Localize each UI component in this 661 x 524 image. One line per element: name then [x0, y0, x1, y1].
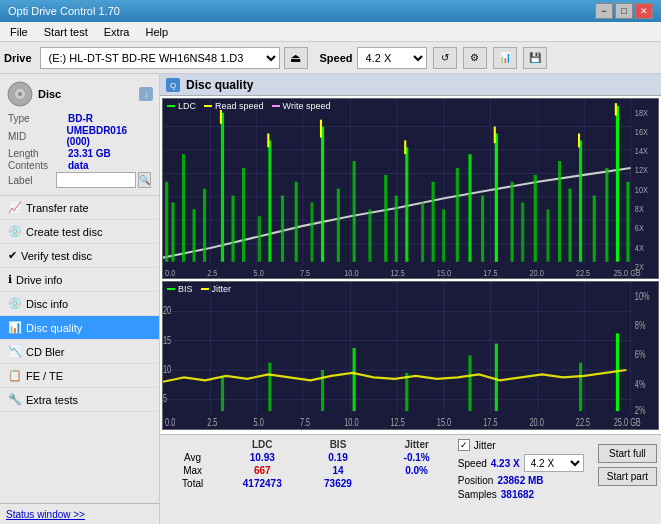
max-ldc: 667: [219, 464, 305, 477]
nav-drive-info[interactable]: ℹ Drive info: [0, 268, 159, 292]
jitter-checkbox[interactable]: ✓: [458, 439, 470, 451]
save-button[interactable]: 💾: [523, 47, 547, 69]
fe-te-icon: 📋: [8, 369, 22, 382]
speed-select[interactable]: 4.2 X: [357, 47, 427, 69]
bis-header: BIS: [305, 438, 371, 451]
disc-import-icon[interactable]: ↓: [139, 87, 153, 101]
maximize-button[interactable]: □: [615, 3, 633, 19]
nav-label: CD Bler: [26, 346, 65, 358]
menu-extra[interactable]: Extra: [98, 24, 136, 40]
label-search-button[interactable]: 🔍: [138, 172, 151, 188]
svg-rect-55: [558, 161, 561, 262]
contents-label: Contents: [8, 160, 68, 171]
status-window-link[interactable]: Status window >>: [6, 509, 85, 520]
speed-select-stat[interactable]: 4.2 X: [524, 454, 584, 472]
svg-text:2%: 2%: [635, 405, 646, 416]
svg-text:12.5: 12.5: [390, 267, 405, 278]
svg-rect-107: [353, 348, 356, 411]
total-bis: 73629: [305, 477, 371, 490]
close-button[interactable]: ✕: [635, 3, 653, 19]
options-button[interactable]: ⚙: [463, 47, 487, 69]
nav-extra-tests[interactable]: 🔧 Extra tests: [0, 388, 159, 412]
length-value: 23.31 GB: [68, 148, 111, 159]
svg-text:↓: ↓: [144, 90, 148, 99]
svg-text:5: 5: [163, 393, 167, 404]
svg-text:4%: 4%: [635, 379, 646, 390]
svg-text:12X: 12X: [635, 164, 648, 175]
content-title: Disc quality: [186, 78, 253, 92]
svg-rect-46: [442, 209, 445, 261]
svg-rect-42: [395, 196, 398, 262]
svg-text:15.0: 15.0: [437, 267, 452, 278]
svg-rect-38: [337, 189, 340, 262]
nav-disc-info[interactable]: 💿 Disc info: [0, 292, 159, 316]
start-full-button[interactable]: Start full: [598, 444, 657, 463]
mid-value: UMEBDR016 (000): [66, 125, 151, 147]
label-label: Label: [8, 175, 56, 186]
legend-write-speed: Write speed: [272, 101, 331, 111]
nav-fe-te[interactable]: 📋 FE / TE: [0, 364, 159, 388]
nav-transfer-rate[interactable]: 📈 Transfer rate: [0, 196, 159, 220]
mid-label: MID: [8, 131, 66, 142]
charts-area: LDC Read speed Write speed: [160, 96, 661, 434]
svg-rect-44: [421, 202, 424, 261]
svg-rect-25: [171, 202, 174, 261]
svg-text:2X: 2X: [635, 261, 644, 272]
menu-start-test[interactable]: Start test: [38, 24, 94, 40]
svg-rect-45: [432, 182, 435, 262]
chart1: LDC Read speed Write speed: [162, 98, 659, 279]
titlebar: Opti Drive Control 1.70 − □ ✕: [0, 0, 661, 22]
svg-text:0.0: 0.0: [165, 267, 175, 278]
start-part-button[interactable]: Start part: [598, 467, 657, 486]
length-label: Length: [8, 148, 68, 159]
nav-disc-quality[interactable]: 📊 Disc quality: [0, 316, 159, 340]
svg-text:8%: 8%: [635, 320, 646, 331]
chart2-svg: 0.0 2.5 5.0 7.5 10.0 12.5 15.0 17.5 20.0…: [163, 282, 658, 429]
position-label: Position: [458, 475, 494, 486]
menu-help[interactable]: Help: [139, 24, 174, 40]
sidebar: Disc ↓ Type BD-R MID UMEBDR016 (000) Len…: [0, 74, 160, 524]
svg-text:10%: 10%: [635, 291, 650, 302]
jitter-row: ✓ Jitter: [458, 439, 496, 451]
svg-text:22.5: 22.5: [576, 417, 590, 428]
stats-top: LDC BIS Jitter Avg 10.93 0.19 -0.1%: [160, 435, 661, 495]
drive-label: Drive: [4, 52, 32, 64]
svg-text:0.0: 0.0: [165, 417, 175, 428]
speed-info: Speed 4.23 X 4.2 X: [458, 454, 584, 472]
main-area: Disc ↓ Type BD-R MID UMEBDR016 (000) Len…: [0, 74, 661, 524]
svg-text:10.0: 10.0: [344, 267, 359, 278]
svg-rect-50: [495, 133, 498, 261]
nav-cd-bler[interactable]: 📉 CD Bler: [0, 340, 159, 364]
svg-text:6X: 6X: [635, 222, 644, 233]
svg-rect-37: [321, 127, 324, 262]
menu-file[interactable]: File: [4, 24, 34, 40]
svg-text:20.0: 20.0: [530, 267, 545, 278]
svg-rect-61: [626, 182, 629, 262]
svg-text:20: 20: [163, 305, 171, 316]
chart1-legend: LDC Read speed Write speed: [167, 101, 330, 111]
cd-bler-icon: 📉: [8, 345, 22, 358]
eject-button[interactable]: ⏏: [284, 47, 308, 69]
samples-value: 381682: [501, 489, 534, 500]
svg-rect-57: [579, 140, 582, 261]
svg-rect-56: [568, 189, 571, 262]
drive-select[interactable]: (E:) HL-DT-ST BD-RE WH16NS48 1.D3: [40, 47, 280, 69]
minimize-button[interactable]: −: [595, 3, 613, 19]
nav-create-test-disc[interactable]: 💿 Create test disc: [0, 220, 159, 244]
refresh-button[interactable]: ↺: [433, 47, 457, 69]
svg-rect-106: [321, 370, 324, 411]
disc-contents-row: Contents data: [8, 160, 151, 171]
svg-rect-34: [281, 196, 284, 262]
svg-rect-29: [221, 113, 224, 262]
nav-label: Extra tests: [26, 394, 78, 406]
svg-text:17.5: 17.5: [483, 267, 498, 278]
transfer-rate-icon: 📈: [8, 201, 22, 214]
label-input[interactable]: [56, 172, 136, 188]
svg-text:5.0: 5.0: [254, 417, 264, 428]
position-value: 23862 MB: [497, 475, 543, 486]
svg-rect-32: [258, 216, 261, 262]
buttons-col: Start full Start part: [594, 435, 661, 495]
nav-verify-test-disc[interactable]: ✔ Verify test disc: [0, 244, 159, 268]
svg-text:12.5: 12.5: [390, 417, 404, 428]
graph-button[interactable]: 📊: [493, 47, 517, 69]
